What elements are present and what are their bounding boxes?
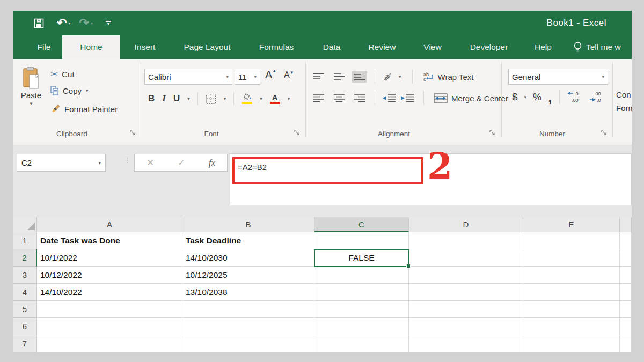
col-header-A[interactable]: A (37, 217, 182, 232)
cell-F4[interactable] (620, 284, 632, 301)
cell-B6[interactable] (182, 318, 314, 335)
save-icon[interactable] (31, 18, 46, 28)
cell-A4[interactable]: 14/10/2022 (37, 284, 182, 301)
tab-help[interactable]: Help (522, 35, 565, 59)
number-dialog-launcher-icon[interactable] (601, 130, 608, 136)
tab-data[interactable]: Data (308, 35, 355, 59)
decrease-decimal-button[interactable]: .00.0 (590, 91, 606, 104)
cancel-entry-icon[interactable]: ✕ (147, 157, 154, 168)
cell-E3[interactable] (523, 267, 620, 284)
cell-F6[interactable] (620, 318, 632, 335)
font-color-dropdown-icon[interactable]: ▾ (288, 96, 290, 101)
tab-view[interactable]: View (409, 35, 456, 59)
row-header-1[interactable]: 1 (13, 232, 37, 249)
tab-insert[interactable]: Insert (120, 35, 170, 59)
name-box-dropdown-icon[interactable]: ▾ (98, 160, 101, 166)
cell-E2[interactable] (523, 249, 620, 267)
col-header-B[interactable]: B (182, 217, 314, 232)
align-middle-button[interactable] (332, 71, 347, 83)
tab-formulas[interactable]: Formulas (245, 35, 308, 59)
cell-F2[interactable] (620, 249, 632, 267)
cell-E7[interactable] (523, 335, 620, 352)
font-color-button[interactable]: A (270, 93, 280, 104)
cell-C2-active[interactable]: FALSE (314, 249, 409, 267)
orientation-dropdown-icon[interactable]: ▾ (399, 74, 401, 79)
cell-D1[interactable] (409, 232, 523, 249)
cell-A5[interactable] (37, 301, 182, 318)
borders-dropdown-icon[interactable]: ▾ (224, 96, 226, 101)
row-header-7[interactable]: 7 (13, 335, 37, 352)
undo-dropdown-icon[interactable]: ▾ (68, 21, 70, 26)
increase-font-size-button[interactable]: A▲ (265, 69, 276, 81)
merge-center-button[interactable]: Merge & Center ▾ (434, 93, 515, 103)
borders-button[interactable] (206, 93, 216, 104)
insert-function-icon[interactable]: fx (209, 158, 215, 168)
alignment-dialog-launcher-icon[interactable] (489, 130, 496, 136)
cell-B1[interactable]: Task Deadline (182, 232, 314, 249)
accounting-format-button[interactable]: $ (512, 91, 518, 103)
conditional-formatting-button[interactable]: Con Form (616, 90, 632, 113)
tab-page-layout[interactable]: Page Layout (170, 35, 245, 59)
cell-D4[interactable] (409, 284, 523, 301)
cell-A1[interactable]: Date Task was Done (37, 232, 182, 249)
orientation-button[interactable]: ab (383, 71, 393, 82)
cell-C3[interactable] (314, 267, 409, 284)
cell-E5[interactable] (523, 301, 620, 318)
font-name-combo[interactable]: Calibri ▾ (144, 69, 232, 85)
row-header-2[interactable]: 2 (13, 249, 37, 267)
formula-bar-grip-icon[interactable]: ⋮ (124, 156, 131, 164)
cell-B2[interactable]: 14/10/2030 (182, 249, 314, 267)
increase-decimal-button[interactable]: .0.00 (567, 91, 583, 104)
bold-button[interactable]: B (148, 93, 155, 104)
paste-button[interactable]: Paste ▾ (16, 67, 46, 106)
col-header-D[interactable]: D (409, 217, 523, 232)
cell-B4[interactable]: 13/10/2038 (182, 284, 314, 301)
cell-D3[interactable] (409, 267, 523, 284)
confirm-entry-icon[interactable]: ✓ (178, 158, 185, 168)
redo-button[interactable]: ↷ (79, 17, 89, 29)
percent-style-button[interactable]: % (533, 92, 541, 103)
row-header-5[interactable]: 5 (13, 301, 37, 318)
cell-B5[interactable] (182, 301, 314, 318)
font-dialog-launcher-icon[interactable] (294, 130, 301, 136)
cell-D6[interactable] (409, 318, 523, 335)
select-all-button[interactable] (13, 217, 37, 232)
cell-B7[interactable] (182, 335, 314, 352)
cell-C1[interactable] (314, 232, 409, 249)
tab-developer[interactable]: Developer (456, 35, 522, 59)
undo-button[interactable]: ↶ (57, 17, 67, 29)
font-size-combo[interactable]: 11 ▾ (235, 69, 260, 85)
cell-F3[interactable] (620, 267, 632, 284)
cell-E1[interactable] (523, 232, 620, 249)
fill-color-button[interactable] (241, 93, 252, 104)
underline-dropdown-icon[interactable]: ▾ (187, 96, 190, 101)
cell-D7[interactable] (409, 335, 523, 352)
increase-indent-button[interactable] (401, 94, 414, 102)
name-box[interactable]: C2 ▾ (17, 154, 106, 172)
cell-D2[interactable] (409, 249, 523, 267)
cell-F5[interactable] (620, 301, 632, 318)
align-bottom-button[interactable] (352, 71, 367, 83)
accounting-dropdown-icon[interactable]: ▾ (524, 94, 527, 100)
decrease-font-size-button[interactable]: A▼ (284, 70, 294, 80)
align-right-button[interactable] (352, 92, 367, 105)
align-center-button[interactable] (332, 92, 347, 105)
cell-F1[interactable] (620, 232, 632, 249)
fill-color-dropdown-icon[interactable]: ▾ (260, 96, 262, 101)
cell-C7[interactable] (314, 335, 409, 352)
cell-E4[interactable] (523, 284, 620, 301)
italic-button[interactable]: I (162, 93, 166, 104)
cell-A3[interactable]: 10/12/2022 (37, 267, 182, 284)
tell-me-box[interactable]: Tell me w (565, 35, 621, 59)
align-top-button[interactable] (311, 71, 326, 83)
cell-E6[interactable] (523, 318, 620, 335)
align-left-button[interactable] (311, 92, 326, 105)
cell-D5[interactable] (409, 301, 523, 318)
row-header-4[interactable]: 4 (13, 284, 37, 301)
clipboard-dialog-launcher-icon[interactable] (130, 130, 136, 136)
cell-C6[interactable] (314, 318, 409, 335)
cell-B3[interactable]: 10/12/2025 (182, 267, 314, 284)
cell-A7[interactable] (37, 335, 182, 352)
customize-qat-icon[interactable]: ▾ (106, 21, 111, 26)
tab-file[interactable]: File (26, 35, 62, 59)
